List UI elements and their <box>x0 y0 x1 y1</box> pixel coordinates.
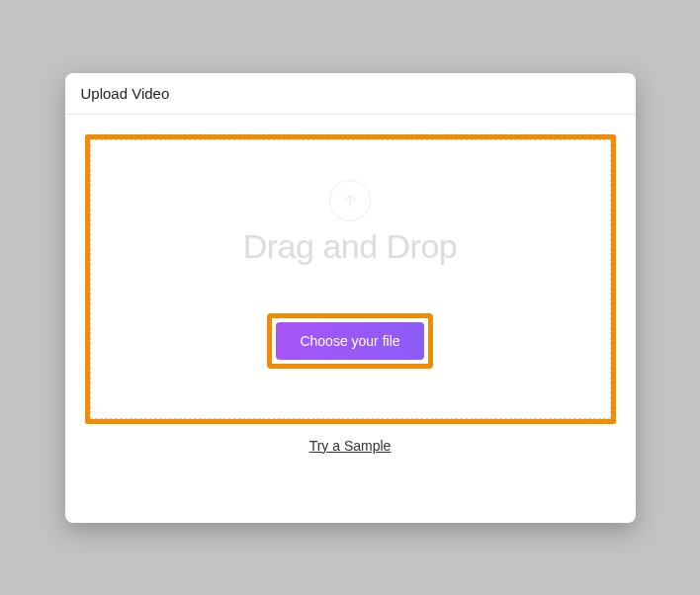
try-sample-link[interactable]: Try a Sample <box>85 438 616 454</box>
dropzone-highlight: Drag and Drop Choose your file <box>85 134 616 424</box>
modal-body: Drag and Drop Choose your file Try a Sam… <box>65 115 636 473</box>
dropzone-heading: Drag and Drop <box>111 227 590 266</box>
modal-footer-spacer <box>65 473 636 523</box>
choose-button-highlight: Choose your file <box>267 313 432 369</box>
upload-arrow-icon <box>329 180 371 221</box>
file-dropzone[interactable]: Drag and Drop Choose your file <box>90 139 611 419</box>
upload-video-modal: Upload Video Drag and Drop Choose your f… <box>65 73 636 523</box>
modal-title: Upload Video <box>65 73 636 115</box>
choose-file-button[interactable]: Choose your file <box>276 322 423 360</box>
